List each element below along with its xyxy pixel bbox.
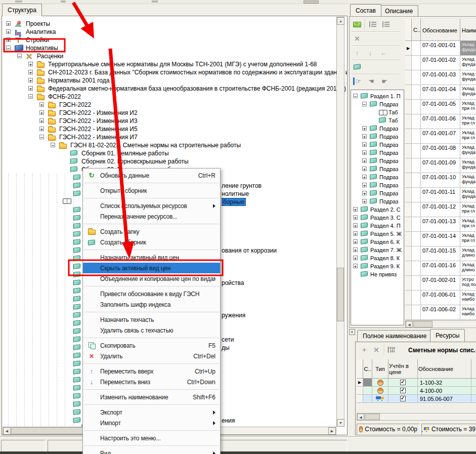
scroll-left-icon[interactable]: ◀ <box>406 321 413 327</box>
tree-item[interactable]: −ГЭСН 81-02-2022. Сметные нормы на строи… <box>2 141 336 149</box>
move-down-button[interactable]: ↓ <box>365 48 376 58</box>
norms-grid-row[interactable]: 07-01-001-10Укладфунда <box>405 173 476 188</box>
resources-horizontal-scrollbar[interactable]: ◀ <box>357 413 476 421</box>
tree-expander-icon[interactable]: + <box>362 175 367 179</box>
tree-expander-icon[interactable]: − <box>28 94 33 99</box>
tree-expander-icon[interactable]: + <box>353 223 358 228</box>
move-left-button[interactable]: ← <box>378 48 389 58</box>
context-menu-item[interactable]: ↓Переместить внизCtrl+Down <box>83 377 220 387</box>
section-tree-item[interactable]: +Раздел 8. К <box>351 254 404 262</box>
sections-tree[interactable]: −Раздел 1. П−ПодразТабТаб+Подраз+Подраз+… <box>351 90 404 325</box>
section-tree-item[interactable]: +Подраз <box>351 125 404 133</box>
row-selector[interactable] <box>357 387 363 395</box>
tree-expander-icon[interactable]: + <box>6 37 11 42</box>
resources-grid-row[interactable]: 91.05.06-007 <box>357 395 476 403</box>
checkbox-checked[interactable] <box>400 388 406 393</box>
section-tree-item[interactable]: +Раздел 3. С <box>351 214 404 222</box>
section-tree-item[interactable]: Таб <box>351 116 404 125</box>
section-tree-item[interactable]: +Подраз <box>351 149 404 157</box>
context-menu-item[interactable]: ✕УдалитьCtrl+Del <box>83 351 220 361</box>
tree-expander-icon[interactable]: − <box>17 54 22 58</box>
norms-grid[interactable]: С..ОбоснованиеНаим▶07-01-001-01Укладфунд… <box>405 19 476 320</box>
norms-grid-row[interactable]: 07-01-001-12Укладпри гл <box>405 202 476 217</box>
section-tree-item[interactable]: Таб <box>351 108 404 116</box>
resources-grid-row[interactable]: ▶1-100-32 <box>357 379 476 387</box>
row-selector[interactable] <box>405 70 412 85</box>
checkbox-checked[interactable] <box>400 396 406 401</box>
context-menu-item[interactable]: Переназначение ресурсов... <box>83 211 220 222</box>
tab-structure[interactable]: Структура <box>2 4 42 16</box>
tree-item[interactable]: +Территориальные сметные нормативы для М… <box>2 60 336 68</box>
scroll-up-icon[interactable]: ▲ <box>337 17 344 25</box>
tree-expander-icon[interactable]: + <box>353 239 358 244</box>
section-tree-item[interactable]: −Раздел 1. П <box>351 92 404 100</box>
codes-button[interactable] <box>386 345 397 355</box>
hand-right-button[interactable]: ☛ <box>379 76 390 86</box>
scroll-left-icon[interactable]: ◀ <box>357 414 364 420</box>
context-menu-item[interactable]: Импорт <box>83 418 220 428</box>
scroll-thumb[interactable] <box>337 268 344 321</box>
tree-item[interactable]: +ГЭСН-2022 - Изменения И2 <box>2 109 336 117</box>
tree-item[interactable]: +ГЭСН-2022 - Изменения И3 <box>2 117 336 125</box>
collapse-tree-button[interactable] <box>381 19 392 29</box>
tree-expander-icon[interactable]: + <box>28 78 33 82</box>
checkbox-checked[interactable] <box>400 380 406 385</box>
tree-expander-icon[interactable]: + <box>353 207 358 212</box>
row-selector[interactable] <box>405 291 412 305</box>
row-selector[interactable]: ▶ <box>357 379 363 387</box>
context-menu-item[interactable]: Изменить наименованиеShift+F6 <box>83 392 220 402</box>
section-tree-item[interactable]: +Подраз <box>351 173 404 181</box>
tree-item[interactable]: +Проекты <box>2 20 336 28</box>
tree-item[interactable]: +СН-2012-2023 г. База данных "Сборник ст… <box>2 68 336 76</box>
context-menu-item[interactable]: Удалить связь с техчастью <box>83 325 220 336</box>
norms-grid-row[interactable]: 07-01-001-02Укладфунда <box>405 56 476 70</box>
norms-grid-row[interactable]: 07-01-001-15Укладдлино <box>405 246 476 261</box>
context-menu-item[interactable]: Назначить активный вид цен <box>83 252 220 263</box>
context-menu-item[interactable]: Объединение и копирование цен по видам <box>83 273 220 284</box>
add-resource-button[interactable]: ＋ <box>359 345 370 355</box>
context-menu-item[interactable]: ↻Обновить данныеCtrl+R <box>83 170 220 181</box>
move-up-button[interactable]: ↑ <box>352 48 363 58</box>
tree-expander-icon[interactable]: + <box>362 183 367 187</box>
context-menu-item[interactable]: Список используемых ресурсов <box>83 200 220 211</box>
norms-grid-row[interactable]: 07-01-001-07Укладпри гл <box>405 129 476 144</box>
section-tree-item[interactable]: +Подраз <box>351 165 404 173</box>
row-selector[interactable] <box>405 232 412 246</box>
row-selector[interactable] <box>405 100 412 114</box>
section-tree-item[interactable]: +Раздел 7. Ж <box>351 246 404 254</box>
context-menu-item[interactable]: Назначить техчасть <box>83 314 220 325</box>
tree-expander-icon[interactable]: + <box>362 199 367 203</box>
tree-item[interactable]: Сборник 01. Земляные работы <box>2 149 336 157</box>
section-tree-item[interactable]: +Раздел 5. Ж <box>351 230 404 238</box>
norms-grid-row[interactable]: 07-01-006-02Укладнаибо <box>405 305 476 320</box>
norms-grid-row[interactable]: 07-01-001-08Укладфунда <box>405 144 476 158</box>
expand-tree-button[interactable] <box>368 19 379 29</box>
context-menu-item[interactable]: Создать сборник <box>83 237 220 247</box>
tree-expander-icon[interactable]: + <box>28 86 33 91</box>
tree-item[interactable]: Сборник 02. Горновскрышные работы <box>2 157 336 166</box>
section-tree-item[interactable]: +Подраз <box>351 141 404 149</box>
section-tree-item[interactable]: +Подраз <box>351 133 404 141</box>
resources-grid[interactable]: С..ТипУчтён в ценеОбоснование▶1-100-324-… <box>357 359 476 403</box>
norms-grid-row[interactable]: 07-01-001-03Укладфунда <box>405 70 476 85</box>
new-folder-button[interactable] <box>352 19 363 29</box>
norms-grid-row[interactable]: 07-01-001-11Укладфунда <box>405 188 476 202</box>
tree-expander-icon[interactable]: + <box>362 167 367 171</box>
row-selector[interactable] <box>405 173 412 188</box>
context-menu-item[interactable]: Привести обоснование к виду ГЭСН <box>83 288 220 299</box>
scroll-right-icon[interactable]: ▶ <box>328 427 336 435</box>
section-tree-item[interactable]: +Раздел 2. С <box>351 205 404 214</box>
norms-grid-row[interactable]: 07-01-002-01Устропод по <box>405 276 476 291</box>
tree-expander-icon[interactable]: + <box>353 231 358 236</box>
tree-expander-icon[interactable]: + <box>353 247 358 252</box>
tree-expander-icon[interactable]: − <box>39 135 44 139</box>
tree-item[interactable]: +ГЭСН-2022 <box>2 101 336 109</box>
row-selector[interactable] <box>405 261 412 276</box>
row-selector[interactable] <box>405 158 412 173</box>
tree-expander-icon[interactable]: + <box>353 215 358 220</box>
norms-grid-row[interactable]: 07-01-001-06Укладпри гл <box>405 114 476 129</box>
tree-expander-icon[interactable]: − <box>6 46 11 50</box>
row-selector[interactable] <box>405 129 412 144</box>
norms-grid-row[interactable]: 07-01-001-13Укладпри гл <box>405 217 476 232</box>
tree-expander-icon[interactable]: + <box>39 118 44 123</box>
